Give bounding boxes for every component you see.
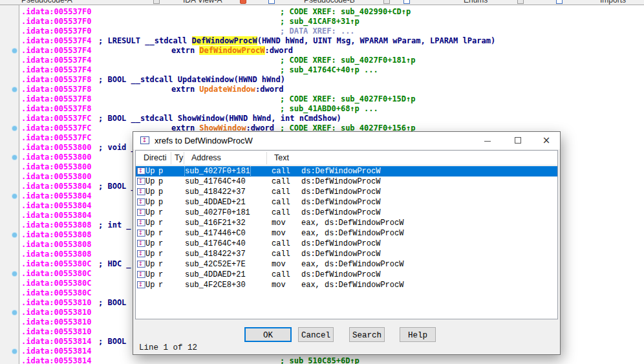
column-header-text[interactable]: Text — [274, 153, 289, 162]
address-label: .idata:005537F4 — [21, 36, 91, 46]
xref-row[interactable]: Uprsub_416F21+32moveax, ds:DefWindowProc… — [136, 218, 557, 228]
address-label: .idata:00553810 — [21, 327, 91, 337]
xref-cell: Up — [145, 228, 155, 239]
listing-line[interactable]: .idata:005537F0; sub_41CAF8+31↑p — [0, 17, 644, 27]
xref-cell: mov — [272, 280, 286, 290]
code-segment: ; CODE XREF: sub_4027F0+15D↑p — [280, 94, 416, 104]
xref-entry-icon — [137, 167, 145, 175]
xref-cell: call — [272, 270, 290, 280]
tab-ida-view-a[interactable]: IDA View-A — [183, 0, 222, 5]
close-button[interactable]: × — [535, 132, 557, 149]
xref-row[interactable]: Uprsub_41764C+40callds:DefWindowProcW — [136, 239, 557, 249]
xref-entry-icon — [137, 178, 145, 185]
code-token: ; LRESULT __stdcall — [98, 36, 192, 45]
code-segment: ; HDC _ — [98, 259, 131, 269]
xref-cell: p — [158, 177, 163, 187]
address-label: .idata:005537FC — [21, 123, 91, 133]
tab-enums[interactable]: Enums — [464, 0, 488, 5]
address-label: .idata:005537F4 — [21, 46, 91, 56]
tab-imports[interactable]: Imports — [600, 0, 626, 5]
xref-row[interactable]: Uppsub_418422+37callds:DefWindowProcW — [136, 187, 557, 197]
column-header-ty[interactable]: Ty — [175, 153, 183, 162]
listing-line[interactable]: .idata:005537F0; CODE XREF: sub_402990+C… — [0, 7, 644, 17]
document-icon — [403, 0, 410, 4]
ida-view-icon — [240, 0, 246, 4]
navigation-dot — [12, 233, 17, 237]
xref-entry-icon — [137, 209, 145, 216]
xref-cell: eax, ds:DefWindowProcW — [301, 259, 403, 270]
xref-cell: r — [158, 270, 163, 280]
xref-cell: r — [158, 208, 163, 218]
xref-row[interactable]: Uprsub_4F2CE8+30moveax, ds:DefWindowProc… — [136, 280, 557, 290]
xref-row[interactable]: Uprsub_42C52E+7Emoveax, ds:DefWindowProc… — [136, 259, 557, 270]
xrefs-table-header[interactable]: DirectiTyAddressText — [136, 151, 557, 166]
address-label: .idata:00553810 — [21, 308, 91, 317]
xref-row[interactable]: Uprsub_418422+37callds:DefWindowProcW — [136, 249, 557, 259]
xref-row[interactable]: Uppsub_4DDAED+21callds:DefWindowProcW — [136, 197, 557, 208]
xref-cell: sub_418422+37 — [185, 249, 246, 259]
minimize-button[interactable] — [477, 132, 499, 149]
xref-cell: r — [158, 259, 163, 270]
code-token: ; CODE XREF: sub_4027F0+15D↑p — [280, 94, 416, 103]
cancel-button[interactable]: Cancel — [298, 327, 334, 342]
column-header-directi[interactable]: Directi — [144, 153, 166, 162]
listing-line[interactable]: .idata:005537F8extrn UpdateWindow:dword — [0, 85, 644, 94]
listing-line[interactable]: .idata:005537F4extrn DefWindowProcW:dwor… — [0, 46, 644, 56]
xref-cell: sub_42C52E+7E — [185, 259, 246, 270]
column-separator[interactable] — [171, 152, 171, 164]
navigation-dot — [12, 310, 17, 315]
address-label: .idata:00553800 — [21, 162, 91, 172]
code-segment: ; LRESULT __stdcall DefWindowProcW(HWND … — [98, 36, 495, 46]
xref-row[interactable]: Uprsub_417446+C0moveax, ds:DefWindowProc… — [136, 228, 557, 239]
address-label: .idata:00553804 — [21, 201, 91, 211]
listing-line[interactable]: .idata:00553814; sub_510C85+6D↑p — [0, 356, 644, 364]
listing-line[interactable]: .idata:005537F4; LRESULT __stdcall DefWi… — [0, 36, 644, 46]
xref-row[interactable]: Uppsub_4027F0+181callds:DefWindowProcW — [136, 166, 557, 177]
xref-cell: ds:DefWindowProcW — [301, 208, 380, 218]
xref-cell: ds:DefWindowProcW — [301, 270, 380, 280]
column-separator[interactable] — [266, 152, 267, 164]
xref-cell: ds:DefWindowProcW — [301, 177, 380, 187]
address-label: .idata:0055380C — [21, 259, 91, 269]
dialog-title-bar[interactable]: xrefs to DefWindowProcW × — [133, 132, 560, 149]
xref-cell: r — [158, 218, 163, 228]
xrefs-table[interactable]: DirectiTyAddressText Uppsub_4027F0+181ca… — [135, 150, 558, 319]
xref-entry-icon — [137, 230, 145, 237]
xref-row[interactable]: Uppsub_41764C+40callds:DefWindowProcW — [136, 177, 557, 187]
close-icon: × — [542, 134, 551, 146]
address-label: .idata:005537F4 — [21, 65, 91, 75]
xref-cell: Up — [145, 218, 155, 228]
xref-row[interactable]: Uprsub_4DDAED+21callds:DefWindowProcW — [136, 270, 557, 280]
listing-line[interactable]: .idata:005537F4; CODE XREF: sub_4027F0+1… — [0, 56, 644, 65]
xref-cell: p — [158, 197, 163, 208]
code-token: ; DATA XREF: ... — [280, 27, 355, 36]
ok-button[interactable]: OK — [244, 327, 292, 342]
tab-pseudocode-b[interactable]: Pseudocode-B — [304, 0, 355, 5]
search-button[interactable]: Search — [349, 327, 385, 342]
code-token: :dword — [265, 46, 293, 55]
code-segment: ; DATA XREF: ... — [280, 27, 355, 36]
xref-entry-icon — [137, 250, 145, 257]
address-label: .idata:00553810 — [21, 317, 91, 327]
tab-pseudocode-a[interactable]: Pseudocode-A — [21, 0, 72, 5]
listing-line[interactable]: .idata:005537F0; DATA XREF: ... — [0, 27, 644, 36]
column-separator[interactable] — [184, 152, 184, 164]
listing-line[interactable]: .idata:005537F8; BOOL __stdcall UpdateWi… — [0, 75, 644, 85]
listing-line[interactable]: .idata:005537F8; CODE XREF: sub_4027F0+1… — [0, 94, 644, 104]
listing-line[interactable]: .idata:005537F8; sub_41ABD0+68↑p ... — [0, 104, 644, 114]
listing-line[interactable]: .idata:005537F4; sub_41764C+40↑p ... — [0, 65, 644, 75]
xref-cell: sub_4DDAED+21 — [185, 270, 246, 280]
address-label: .idata:005537FC — [21, 133, 91, 143]
xref-cell: Up — [145, 270, 155, 280]
xref-cell: ds:DefWindowProcW — [301, 166, 380, 177]
column-header-address[interactable]: Address — [191, 153, 221, 162]
address-label: .idata:0055380C — [21, 288, 91, 298]
help-button[interactable]: Help — [400, 327, 436, 342]
listing-line[interactable]: .idata:005537FC; BOOL __stdcall ShowWind… — [0, 114, 644, 123]
code-segment: ; int _ — [98, 220, 131, 230]
xref-row[interactable]: Uprsub_4027F0+181callds:DefWindowProcW — [136, 208, 557, 218]
maximize-button[interactable] — [507, 132, 529, 149]
xref-cell: sub_41764C+40 — [185, 177, 246, 187]
address-label: .idata:0055380C — [21, 279, 91, 288]
maximize-icon — [515, 137, 521, 144]
